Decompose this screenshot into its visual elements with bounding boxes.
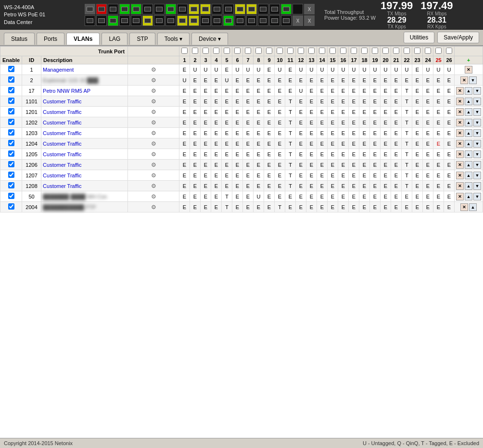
enable-cell[interactable] [0,117,22,128]
delete-button[interactable]: ✕ [456,119,464,126]
port-cell-15[interactable]: E [328,160,338,170]
port-cell-2[interactable]: E [190,86,201,96]
port-cell-12[interactable]: E [296,117,306,128]
port-cell-3[interactable]: E [201,75,211,86]
port-cell-8[interactable]: E [254,138,264,149]
port-cell-14[interactable]: E [317,128,328,138]
port-cell-10[interactable]: T [275,202,285,212]
port-cell-10[interactable]: E [275,128,285,138]
trunk-cb-8[interactable] [254,47,264,56]
port-cell-15[interactable]: E [328,75,338,86]
port-cell-9[interactable]: E [264,96,275,107]
port-cell-10[interactable]: E [275,107,285,117]
port-cell-9[interactable]: E [264,107,275,117]
port-cell-21[interactable]: E [391,75,402,86]
port-8[interactable] [165,4,176,14]
port-16[interactable] [258,4,268,14]
port-cell-12[interactable]: E [296,107,306,117]
port-cell-9[interactable]: E [264,160,275,170]
description-cell[interactable]: Exploreair 11G 10 ███ [41,75,128,86]
port-cell-25[interactable]: E [433,181,444,191]
port-cell-12[interactable]: E [296,75,306,86]
port-cell-24[interactable]: E [423,117,433,128]
port-cell-24[interactable]: E [423,149,433,160]
port-2[interactable] [96,4,107,14]
settings-icon[interactable]: ⚙ [151,183,156,189]
port-cell-25[interactable]: E [433,75,444,86]
port-cell-26[interactable]: U [444,64,455,75]
move-up-button[interactable]: ▲ [465,119,472,126]
port-cell-9[interactable]: E [264,128,275,138]
port-cell-26[interactable]: E [444,86,455,96]
move-up-button[interactable]: ▲ [465,129,472,137]
port-4[interactable] [119,4,130,14]
trunk-cb-9[interactable] [264,47,275,56]
port-cell-1[interactable]: E [179,117,190,128]
port-cell-8[interactable]: E [254,202,264,212]
description-cell[interactable]: Customer Traffic [41,160,128,170]
trunk-cb-18[interactable] [359,47,370,56]
port-7[interactable] [154,4,165,14]
port-cell-1[interactable]: U [179,75,190,86]
tab-lag[interactable]: LAG [102,33,127,45]
port-cell-3[interactable]: E [201,107,211,117]
description-cell[interactable]: ███████████ PTP [41,202,128,212]
port-cell-20[interactable]: U [381,64,391,75]
port-cell-3[interactable]: E [201,202,211,212]
port-cell-20[interactable]: E [381,202,391,212]
delete-button[interactable]: ✕ [460,76,468,84]
port-cell-9[interactable]: E [264,202,275,212]
description-cell[interactable]: Customer Traffic [41,107,128,117]
trunk-cb-10[interactable] [275,47,285,56]
move-down-button[interactable]: ▼ [473,193,481,200]
port-b1[interactable] [85,15,95,26]
port-cell-4[interactable]: E [211,117,222,128]
gear-cell[interactable]: ⚙ [128,149,179,160]
port-cell-12[interactable]: U [296,64,306,75]
enable-cell[interactable] [0,128,22,138]
port-cell-16[interactable]: E [338,160,349,170]
port-cell-13[interactable]: E [306,117,317,128]
port-cell-6[interactable]: E [232,160,243,170]
delete-button[interactable]: ✕ [456,98,464,105]
port-cell-12[interactable]: E [296,128,306,138]
port-cell-11[interactable]: T [285,138,296,149]
port-cell-16[interactable]: E [338,202,349,212]
port-cell-7[interactable]: E [243,181,254,191]
x-button-3[interactable]: X [304,15,315,26]
port-cell-9[interactable]: E [264,64,275,75]
port-cell-15[interactable]: E [328,96,338,107]
port-cell-4[interactable]: E [211,128,222,138]
trunk-port-cb-5[interactable] [224,48,230,54]
settings-icon[interactable]: ⚙ [151,98,156,105]
trunk-cb-22[interactable] [402,47,412,56]
port-cell-12[interactable]: E [296,160,306,170]
port-cell-13[interactable]: E [306,202,317,212]
move-down-button[interactable]: ▼ [473,150,481,158]
port-cell-25[interactable]: E [433,107,444,117]
port-cell-17[interactable]: E [349,202,359,212]
port-cell-8[interactable]: E [254,149,264,160]
port-cell-26[interactable]: E [444,138,455,149]
port-cell-23[interactable]: E [412,191,423,202]
port-cell-12[interactable]: E [296,96,306,107]
port-cell-7[interactable]: E [243,202,254,212]
port-cell-24[interactable]: E [423,181,433,191]
port-cell-14[interactable]: E [317,117,328,128]
port-cell-3[interactable]: E [201,170,211,181]
port-cell-1[interactable]: E [179,160,190,170]
settings-icon[interactable]: ⚙ [151,162,156,168]
port-cell-21[interactable]: E [391,202,402,212]
port-cell-15[interactable]: E [328,170,338,181]
port-cell-8[interactable]: E [254,86,264,96]
move-up-button[interactable]: ▲ [465,150,472,158]
port-cell-2[interactable]: E [190,107,201,117]
port-cell-22[interactable]: E [402,202,412,212]
enable-cell[interactable] [0,170,22,181]
port-cell-4[interactable]: E [211,181,222,191]
port-cell-7[interactable]: E [243,160,254,170]
enable-checkbox[interactable] [8,172,14,178]
port-cell-19[interactable]: E [370,117,381,128]
port-cell-7[interactable]: E [243,107,254,117]
move-down-button[interactable]: ▼ [473,119,481,126]
